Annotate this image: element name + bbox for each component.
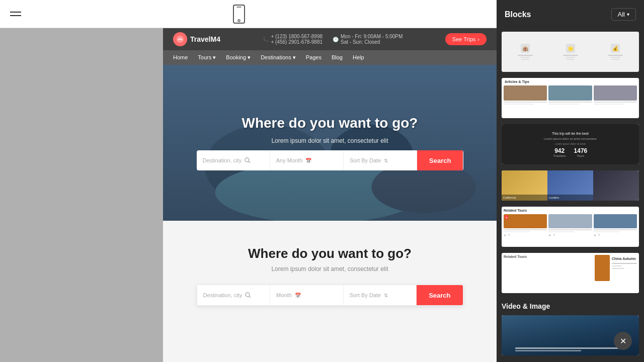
- block-card-dark-stats[interactable]: This trip will be the best Lorem ipsum d…: [502, 124, 639, 164]
- block-card-gallery[interactable]: California London: [502, 170, 639, 201]
- single-line-1: [612, 263, 637, 264]
- white-section: Where do you want to go? Lorem ipsum dol…: [163, 221, 497, 362]
- gallery-label-2: London: [547, 195, 593, 201]
- feat-icon-2: 🌟: [566, 44, 575, 53]
- section-destination-field[interactable]: Destination, city: [197, 285, 271, 305]
- block-thumb-gallery: California London: [502, 170, 639, 201]
- gallery-item-3: [593, 170, 639, 201]
- block-card-features[interactable]: 🏨 🌟 💰: [502, 32, 639, 72]
- articles-items: [504, 85, 637, 105]
- hamburger-menu[interactable]: [10, 12, 21, 16]
- block-card-single-related[interactable]: Related Tours China Autumn: [502, 253, 639, 293]
- related-tour-img-2: [548, 214, 592, 228]
- articles-label: Articles & Tips: [504, 80, 637, 83]
- nav-blog[interactable]: Blog: [332, 54, 343, 61]
- tour-badge-1: ●: [505, 215, 508, 219]
- video-line-1: [515, 347, 625, 349]
- block-thumb-single-related: Related Tours China Autumn: [502, 253, 639, 293]
- related-tour-2: ★4: [548, 214, 592, 237]
- close-button[interactable]: ✕: [614, 332, 632, 350]
- right-panel: Blocks All 🏨 🌟 💰: [497, 0, 644, 362]
- related-tour-1: ● ★4: [504, 214, 547, 237]
- feat-item-1: 🏨: [504, 44, 547, 60]
- gallery-item-2: London: [547, 170, 593, 201]
- hero-section: Where do you want to go? Lorem ipsum dol…: [163, 65, 497, 221]
- section-month-field[interactable]: Month 📅: [270, 285, 344, 305]
- related-tour-img-3: [594, 214, 637, 228]
- hero-subtitle: Lorem ipsum dolor sit amet, consectetur …: [271, 137, 388, 144]
- header-contact: 📞 + (123) 1800-567-8998 + (456) 2901-678…: [263, 34, 403, 45]
- section-search-button[interactable]: Search: [417, 285, 462, 305]
- single-related-lines: China Autumn: [612, 255, 637, 291]
- video-image-label: Video & Image: [497, 296, 644, 312]
- article-item-3: [594, 85, 637, 105]
- nav-pages[interactable]: Pages: [306, 54, 321, 61]
- top-bar: [0, 0, 497, 28]
- section-search-bar: Destination, city Month 📅 Sort By Date ⇅…: [197, 285, 463, 306]
- svg-point-6: [246, 293, 250, 297]
- feat-item-3: 💰: [594, 44, 637, 60]
- hero-title: Where do you want to go?: [242, 115, 418, 131]
- sort-field[interactable]: Sort By Date ⇅: [344, 150, 417, 170]
- website-preview: TravelM4 📞 + (123) 1800-567-8998 + (456)…: [163, 28, 497, 362]
- stat-tours: 1476 Tours: [574, 147, 588, 157]
- article-img-2: [548, 85, 592, 101]
- feat-icon-1: 🏨: [521, 44, 530, 53]
- destination-field[interactable]: Destination, city: [197, 150, 270, 170]
- all-filter-button[interactable]: All: [611, 8, 636, 21]
- video-lines: [515, 347, 625, 351]
- nav-booking[interactable]: Booking ▾: [226, 54, 251, 61]
- svg-point-1: [238, 20, 240, 22]
- feat-item-2: 🌟: [549, 44, 592, 60]
- dark-stats-sub: Lorem ipsum dolor sit amet consectetur: [544, 137, 597, 140]
- dark-stats-numbers: 942 Travelers 1476 Tours: [553, 147, 588, 157]
- block-card-articles[interactable]: Articles & Tips: [502, 78, 639, 118]
- travel-logo: TravelM4: [173, 32, 220, 46]
- block-thumb-features: 🏨 🌟 💰: [502, 32, 639, 72]
- logo-icon: [173, 32, 187, 46]
- related-tour-3: ★4: [594, 214, 637, 237]
- svg-point-4: [245, 158, 249, 162]
- block-thumb-related-tours: Related Tours ● ★4: [502, 207, 639, 247]
- related-tours-label: Related Tours: [504, 209, 637, 212]
- blocks-title: Blocks: [505, 10, 531, 19]
- article-img-3: [594, 85, 637, 101]
- related-tour-img-1: ●: [504, 214, 547, 228]
- travel-header: TravelM4 📞 + (123) 1800-567-8998 + (456)…: [163, 28, 497, 50]
- nav-help[interactable]: Help: [353, 54, 364, 61]
- svg-line-5: [249, 161, 250, 163]
- video-line-2: [515, 350, 581, 351]
- section-subtitle: Lorem ipsum dolor sit amet, consectetur …: [271, 265, 388, 273]
- gallery-item-1: California: [502, 170, 547, 201]
- single-line-3: [612, 268, 624, 269]
- stat-travelers: 942 Travelers: [553, 147, 566, 157]
- dark-stats-title: This trip will be the best: [552, 132, 589, 135]
- feat-icon-3: 💰: [611, 44, 620, 53]
- related-tours-items: ● ★4 ★4: [504, 214, 637, 237]
- tour-meta-3: ★4: [594, 233, 637, 237]
- logo-text: TravelM4: [190, 35, 220, 43]
- hero-search-button[interactable]: Search: [417, 150, 463, 170]
- month-field[interactable]: Any Month 📅: [270, 150, 344, 170]
- nav-destinations[interactable]: Destinations ▾: [261, 54, 296, 61]
- nav-tours[interactable]: Tours ▾: [198, 54, 216, 61]
- article-item-2: [548, 85, 592, 105]
- tour-meta-2: ★4: [548, 233, 592, 237]
- section-title: Where do you want to go?: [248, 246, 412, 261]
- single-line-2: [612, 265, 622, 266]
- mobile-preview-button[interactable]: [233, 5, 245, 24]
- see-trips-button[interactable]: See Trips ›: [445, 33, 487, 45]
- article-img-1: [504, 85, 547, 101]
- single-related-title: China Autumn: [612, 257, 637, 260]
- phone1: 📞 + (123) 1800-567-8998 + (456) 2901-678…: [263, 34, 323, 45]
- svg-line-7: [249, 296, 251, 298]
- gallery-label-1: California: [502, 195, 547, 201]
- block-card-related-tours[interactable]: Related Tours ● ★4: [502, 207, 639, 247]
- travel-nav: Home Tours ▾ Booking ▾ Destinations ▾ Pa…: [163, 50, 497, 65]
- nav-home[interactable]: Home: [173, 54, 188, 61]
- tour-meta-1: ★4: [504, 233, 547, 237]
- svg-point-3: [177, 36, 184, 43]
- single-related-header: Related Tours: [504, 255, 593, 291]
- svg-rect-0: [233, 5, 245, 23]
- section-sort-field[interactable]: Sort By Date ⇅: [344, 285, 417, 305]
